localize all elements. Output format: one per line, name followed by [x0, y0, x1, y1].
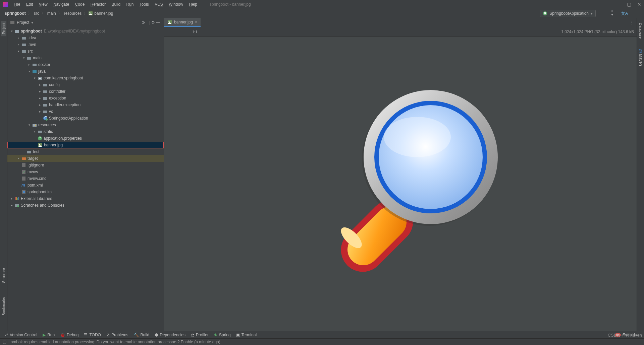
menu-view[interactable]: View: [37, 1, 50, 8]
svg-point-24: [39, 78, 41, 79]
tool-tab-run[interactable]: ▶Run: [43, 333, 55, 337]
codewithme-icon[interactable]: [639, 13, 641, 14]
tool-tab-bookmarks[interactable]: Bookmarks: [1, 295, 6, 318]
ide-update-icon[interactable]: [635, 13, 637, 14]
run-button[interactable]: [598, 13, 600, 14]
tree-node-target[interactable]: ▸target: [7, 155, 164, 162]
zoom-out-icon[interactable]: [187, 31, 188, 32]
tool-tab-build[interactable]: 🔨Build: [134, 333, 150, 337]
color-picker-icon[interactable]: [206, 31, 207, 32]
breadcrumb[interactable]: main: [46, 10, 57, 16]
tree-node-docker[interactable]: ▸docker: [7, 61, 164, 68]
tree-node-scratch[interactable]: ▸Scratches and Consoles: [7, 202, 164, 209]
tree-node-controller[interactable]: ▸controller: [7, 88, 164, 95]
tool-tab-terminal[interactable]: ▣Terminal: [236, 333, 257, 337]
zoom-in-icon[interactable]: [182, 31, 183, 32]
add-user-icon[interactable]: ▾: [532, 13, 533, 14]
more-icon[interactable]: ⋮: [627, 20, 637, 25]
menu-build[interactable]: Build: [109, 1, 123, 8]
fullscreen-icon[interactable]: [167, 31, 168, 32]
menu-tools[interactable]: Tools: [137, 1, 151, 8]
tool-tab-database[interactable]: Database: [638, 21, 643, 41]
menu-code[interactable]: Code: [73, 1, 87, 8]
maximize-button[interactable]: ▢: [627, 2, 631, 7]
build-hammer-icon[interactable]: [536, 13, 537, 14]
menu-help[interactable]: Help: [186, 1, 200, 8]
editor-area: banner.jpg × ⋮ 1:1 1,024x1,024 PNG (32-b…: [164, 18, 637, 331]
search-icon[interactable]: [631, 13, 633, 14]
tree-node-mvnw[interactable]: mvnw: [7, 168, 164, 175]
zoom-actual-icon[interactable]: 1:1: [192, 29, 198, 34]
tool-tab-deps[interactable]: ⬢Dependencies: [155, 333, 185, 337]
tree-node-exception[interactable]: ▸exception: [7, 95, 164, 101]
breadcrumb[interactable]: resources: [63, 10, 83, 16]
breadcrumb[interactable]: src: [33, 10, 41, 16]
gear-icon[interactable]: ⚙: [151, 19, 156, 25]
tool-tab-profiler[interactable]: ◔Profiler: [191, 333, 209, 337]
svg-rect-43: [22, 177, 25, 181]
minimize-panel-icon[interactable]: —: [156, 19, 161, 25]
tree-node-extlib[interactable]: ▸External Libraries: [7, 195, 164, 202]
menu-file[interactable]: File: [11, 1, 22, 8]
menu-edit[interactable]: Edit: [24, 1, 36, 8]
tool-tab-maven[interactable]: m Maven: [638, 47, 644, 68]
profiler-button[interactable]: ▾: [610, 9, 614, 17]
tree-node-test[interactable]: test: [7, 148, 164, 155]
tree-node-handler[interactable]: ▸handler.exception: [7, 101, 164, 108]
menu-window[interactable]: Window: [166, 1, 185, 8]
run-config-selector[interactable]: SpringbootApplication ▾: [540, 10, 596, 17]
breadcrumb[interactable]: springboot: [3, 10, 27, 16]
editor-tab-banner[interactable]: banner.jpg ×: [164, 18, 201, 27]
tree-node-java[interactable]: ▾java: [7, 68, 164, 75]
branch-icon: ⎇: [3, 333, 8, 337]
svg-rect-40: [22, 157, 26, 160]
tree-node-resources[interactable]: ▾resources: [7, 122, 164, 128]
tree-node-main[interactable]: ▾main: [7, 55, 164, 61]
translate-icon[interactable]: 文A: [621, 10, 629, 17]
tool-tab-problems[interactable]: ⊘Problems: [106, 333, 128, 337]
background-icon[interactable]: [201, 31, 203, 32]
statusbar-icon[interactable]: ▢: [3, 340, 6, 344]
tool-tab-vcs[interactable]: ⎇Version Control: [3, 333, 37, 337]
tree-node-mvn[interactable]: ▸.mvn: [7, 41, 164, 48]
debug-button[interactable]: [602, 13, 604, 14]
tree-node-app[interactable]: CSpringbootApplication: [7, 115, 164, 122]
coverage-button[interactable]: [606, 13, 608, 14]
minimize-button[interactable]: —: [616, 2, 621, 7]
tool-tab-debug[interactable]: 🐞Debug: [60, 333, 78, 337]
tree-node-gitignore[interactable]: .gitignore: [7, 162, 164, 168]
project-tree[interactable]: ▾springbootE:\workspace\IDEA\my\springbo…: [7, 27, 164, 331]
tool-tab-structure[interactable]: Structure: [1, 266, 6, 285]
tree-node-banner[interactable]: banner.jpg: [7, 142, 164, 148]
image-viewport[interactable]: [164, 37, 637, 331]
tree-node-package[interactable]: ▾com.kaven.springboot: [7, 75, 164, 81]
select-opened-icon[interactable]: ⊙: [141, 19, 146, 25]
breadcrumb[interactable]: banner.jpg: [93, 10, 114, 16]
tree-node-pom[interactable]: mpom.xml: [7, 182, 164, 189]
tree-node-idea[interactable]: ▸.idea: [7, 34, 164, 41]
status-message[interactable]: Lombok requires enabled annotation proce…: [8, 340, 220, 344]
stop-button[interactable]: [616, 13, 618, 14]
close-icon[interactable]: ×: [195, 20, 197, 24]
tree-node-src[interactable]: ▾src: [7, 48, 164, 55]
menu-navigate[interactable]: Navigate: [51, 1, 71, 8]
grid-icon[interactable]: [171, 31, 173, 32]
tree-node-appprops[interactable]: application.properties: [7, 135, 164, 142]
tree-node-static[interactable]: ▸static: [7, 128, 164, 135]
svg-rect-17: [22, 37, 26, 40]
tree-node-mvnwcmd[interactable]: mvnw.cmd: [7, 175, 164, 182]
tree-root[interactable]: ▾springbootE:\workspace\IDEA\my\springbo…: [7, 28, 164, 34]
tree-node-vo[interactable]: ▸vo: [7, 108, 164, 115]
tool-tab-project[interactable]: Project: [1, 21, 6, 36]
menu-run[interactable]: Run: [124, 1, 136, 8]
close-button[interactable]: ✕: [637, 2, 641, 7]
menu-refactor[interactable]: Refactor: [88, 1, 108, 8]
image-status: 1,024x1,024 PNG (32-bit color) 143.6 kB: [561, 29, 634, 34]
menu-vcs[interactable]: VCS: [152, 1, 165, 8]
image-file-icon: [167, 20, 172, 24]
tree-node-config[interactable]: ▸config: [7, 81, 164, 88]
tool-tab-spring[interactable]: ❀Spring: [214, 333, 231, 337]
chevron-down-icon[interactable]: ▾: [31, 20, 33, 25]
tool-tab-todo[interactable]: ☰TODO: [84, 333, 101, 337]
tree-node-iml[interactable]: springboot.iml: [7, 189, 164, 195]
